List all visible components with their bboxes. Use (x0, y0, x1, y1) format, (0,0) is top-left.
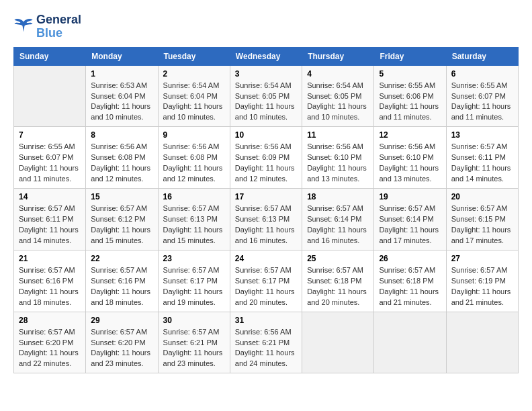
calendar-cell: 9Sunrise: 6:56 AMSunset: 6:08 PMDaylight… (158, 127, 230, 189)
header-day-tuesday: Tuesday (158, 47, 230, 65)
day-info: Sunrise: 6:54 AMSunset: 6:04 PMDaylight:… (163, 81, 225, 124)
header-day-friday: Friday (374, 47, 446, 65)
day-number: 2 (163, 69, 225, 79)
calendar-cell: 15Sunrise: 6:57 AMSunset: 6:12 PMDayligh… (86, 189, 158, 250)
calendar-cell: 8Sunrise: 6:56 AMSunset: 6:08 PMDaylight… (86, 127, 158, 189)
header-row: SundayMondayTuesdayWednesdayThursdayFrid… (14, 47, 519, 65)
calendar-cell: 28Sunrise: 6:57 AMSunset: 6:20 PMDayligh… (14, 312, 86, 373)
calendar-cell: 20Sunrise: 6:57 AMSunset: 6:15 PMDayligh… (446, 189, 518, 250)
day-info: Sunrise: 6:57 AMSunset: 6:20 PMDaylight:… (91, 327, 152, 370)
calendar-cell: 10Sunrise: 6:56 AMSunset: 6:09 PMDayligh… (230, 127, 302, 189)
day-info: Sunrise: 6:57 AMSunset: 6:21 PMDaylight:… (163, 327, 225, 370)
calendar-header: SundayMondayTuesdayWednesdayThursdayFrid… (14, 47, 519, 65)
day-number: 14 (19, 192, 81, 201)
day-number: 9 (163, 130, 225, 140)
header-day-thursday: Thursday (302, 47, 374, 65)
day-info: Sunrise: 6:57 AMSunset: 6:13 PMDaylight:… (163, 203, 225, 246)
day-number: 11 (307, 130, 369, 140)
calendar-cell: 21Sunrise: 6:57 AMSunset: 6:16 PMDayligh… (14, 250, 86, 312)
day-number: 17 (235, 192, 297, 201)
calendar-cell: 14Sunrise: 6:57 AMSunset: 6:11 PMDayligh… (14, 189, 86, 250)
day-number: 13 (451, 130, 513, 140)
calendar-cell: 12Sunrise: 6:56 AMSunset: 6:10 PMDayligh… (374, 127, 446, 189)
calendar-body: 1Sunrise: 6:53 AMSunset: 6:04 PMDaylight… (14, 65, 519, 373)
calendar-cell: 29Sunrise: 6:57 AMSunset: 6:20 PMDayligh… (86, 312, 158, 373)
calendar-cell: 2Sunrise: 6:54 AMSunset: 6:04 PMDaylight… (158, 65, 230, 127)
day-info: Sunrise: 6:57 AMSunset: 6:16 PMDaylight:… (19, 265, 81, 308)
day-number: 15 (91, 192, 152, 201)
day-info: Sunrise: 6:57 AMSunset: 6:18 PMDaylight:… (307, 265, 369, 308)
day-info: Sunrise: 6:57 AMSunset: 6:14 PMDaylight:… (307, 203, 369, 246)
week-row-5: 28Sunrise: 6:57 AMSunset: 6:20 PMDayligh… (14, 312, 519, 373)
day-number: 22 (91, 254, 152, 263)
day-number: 7 (19, 130, 81, 140)
day-info: Sunrise: 6:54 AMSunset: 6:05 PMDaylight:… (235, 81, 297, 124)
day-info: Sunrise: 6:57 AMSunset: 6:18 PMDaylight:… (379, 265, 441, 308)
header-day-monday: Monday (86, 47, 158, 65)
day-info: Sunrise: 6:55 AMSunset: 6:07 PMDaylight:… (19, 142, 81, 185)
logo-text: General Blue (36, 13, 81, 40)
day-number: 6 (451, 69, 513, 79)
day-info: Sunrise: 6:53 AMSunset: 6:04 PMDaylight:… (91, 81, 152, 124)
day-number: 10 (235, 130, 297, 140)
day-number: 21 (19, 254, 81, 263)
calendar-cell: 31Sunrise: 6:56 AMSunset: 6:21 PMDayligh… (230, 312, 302, 373)
week-row-2: 7Sunrise: 6:55 AMSunset: 6:07 PMDaylight… (14, 127, 519, 189)
calendar-cell: 5Sunrise: 6:55 AMSunset: 6:06 PMDaylight… (374, 65, 446, 127)
day-info: Sunrise: 6:56 AMSunset: 6:21 PMDaylight:… (235, 327, 297, 370)
calendar-cell: 1Sunrise: 6:53 AMSunset: 6:04 PMDaylight… (86, 65, 158, 127)
day-info: Sunrise: 6:54 AMSunset: 6:05 PMDaylight:… (307, 81, 369, 124)
day-info: Sunrise: 6:57 AMSunset: 6:11 PMDaylight:… (451, 142, 513, 185)
day-number: 4 (307, 69, 369, 79)
day-info: Sunrise: 6:57 AMSunset: 6:14 PMDaylight:… (379, 203, 441, 246)
page-header: General Blue (13, 13, 519, 40)
day-number: 5 (379, 69, 441, 79)
calendar-cell: 26Sunrise: 6:57 AMSunset: 6:18 PMDayligh… (374, 250, 446, 312)
calendar-cell: 4Sunrise: 6:54 AMSunset: 6:05 PMDaylight… (302, 65, 374, 127)
day-number: 27 (451, 254, 513, 263)
calendar-cell: 16Sunrise: 6:57 AMSunset: 6:13 PMDayligh… (158, 189, 230, 250)
day-number: 16 (163, 192, 225, 201)
day-info: Sunrise: 6:57 AMSunset: 6:12 PMDaylight:… (91, 203, 152, 246)
calendar-table: SundayMondayTuesdayWednesdayThursdayFrid… (13, 47, 519, 374)
calendar-cell (446, 312, 518, 373)
calendar-cell (14, 65, 86, 127)
calendar-cell: 24Sunrise: 6:57 AMSunset: 6:17 PMDayligh… (230, 250, 302, 312)
day-number: 24 (235, 254, 297, 263)
calendar-cell: 17Sunrise: 6:57 AMSunset: 6:13 PMDayligh… (230, 189, 302, 250)
day-number: 18 (307, 192, 369, 201)
calendar-cell: 11Sunrise: 6:56 AMSunset: 6:10 PMDayligh… (302, 127, 374, 189)
day-number: 19 (379, 192, 441, 201)
calendar-cell: 6Sunrise: 6:55 AMSunset: 6:07 PMDaylight… (446, 65, 518, 127)
calendar-cell: 27Sunrise: 6:57 AMSunset: 6:19 PMDayligh… (446, 250, 518, 312)
day-info: Sunrise: 6:57 AMSunset: 6:15 PMDaylight:… (451, 203, 513, 246)
calendar-cell: 30Sunrise: 6:57 AMSunset: 6:21 PMDayligh… (158, 312, 230, 373)
logo-icon (13, 17, 34, 36)
header-day-wednesday: Wednesday (230, 47, 302, 65)
header-day-sunday: Sunday (14, 47, 86, 65)
day-number: 12 (379, 130, 441, 140)
day-info: Sunrise: 6:56 AMSunset: 6:08 PMDaylight:… (163, 142, 225, 185)
calendar-cell: 18Sunrise: 6:57 AMSunset: 6:14 PMDayligh… (302, 189, 374, 250)
day-info: Sunrise: 6:57 AMSunset: 6:16 PMDaylight:… (91, 265, 152, 308)
calendar-cell: 13Sunrise: 6:57 AMSunset: 6:11 PMDayligh… (446, 127, 518, 189)
calendar-cell: 7Sunrise: 6:55 AMSunset: 6:07 PMDaylight… (14, 127, 86, 189)
calendar-cell (374, 312, 446, 373)
day-number: 3 (235, 69, 297, 79)
day-info: Sunrise: 6:55 AMSunset: 6:07 PMDaylight:… (451, 81, 513, 124)
day-info: Sunrise: 6:56 AMSunset: 6:10 PMDaylight:… (379, 142, 441, 185)
day-info: Sunrise: 6:57 AMSunset: 6:17 PMDaylight:… (163, 265, 225, 308)
day-number: 23 (163, 254, 225, 263)
day-number: 8 (91, 130, 152, 140)
week-row-1: 1Sunrise: 6:53 AMSunset: 6:04 PMDaylight… (14, 65, 519, 127)
week-row-3: 14Sunrise: 6:57 AMSunset: 6:11 PMDayligh… (14, 189, 519, 250)
day-info: Sunrise: 6:57 AMSunset: 6:13 PMDaylight:… (235, 203, 297, 246)
day-number: 20 (451, 192, 513, 201)
day-info: Sunrise: 6:56 AMSunset: 6:09 PMDaylight:… (235, 142, 297, 185)
day-number: 28 (19, 316, 81, 325)
day-info: Sunrise: 6:57 AMSunset: 6:20 PMDaylight:… (19, 327, 81, 370)
day-info: Sunrise: 6:57 AMSunset: 6:19 PMDaylight:… (451, 265, 513, 308)
header-day-saturday: Saturday (446, 47, 518, 65)
day-number: 26 (379, 254, 441, 263)
day-number: 31 (235, 316, 297, 325)
